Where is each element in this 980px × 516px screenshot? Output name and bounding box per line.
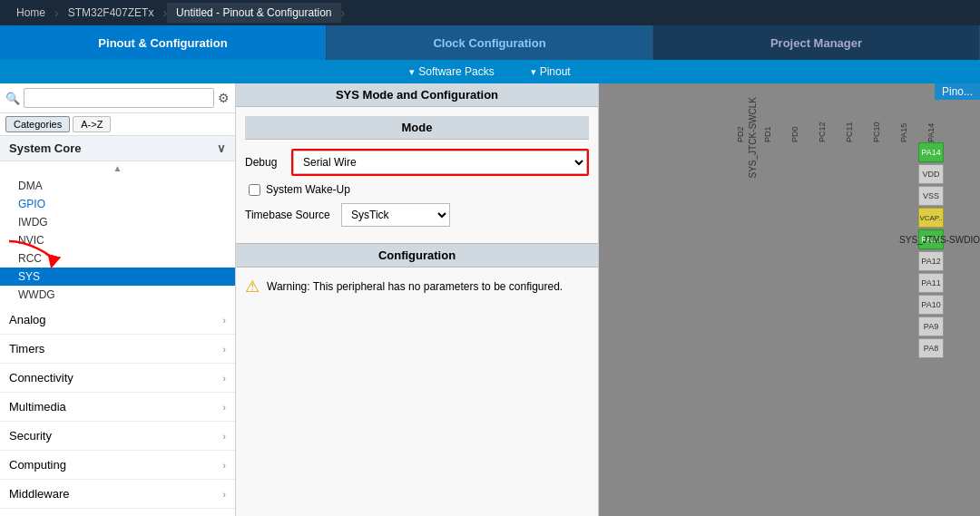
pin-pa8[interactable]: PA8 xyxy=(918,338,944,358)
warning-text: Warning: This peripheral has no paramete… xyxy=(267,280,563,293)
sidebar-security[interactable]: Security › xyxy=(0,422,235,451)
mode-header: Mode xyxy=(245,116,589,140)
timebase-label: Timebase Source xyxy=(245,209,336,221)
scroll-up-indicator: ▲ xyxy=(0,161,235,175)
gear-icon[interactable]: ⚙ xyxy=(218,91,230,105)
rotated-pin-pc10: PC10 xyxy=(864,83,889,142)
section-items-system-core: DMA GPIO IWDG NVIC RCC SYS WWDG xyxy=(0,175,235,306)
tab-bar: Pinout & Configuration Clock Configurati… xyxy=(0,25,980,60)
pinout-label[interactable]: Pino... xyxy=(935,83,980,100)
sidebar-multimedia[interactable]: Multimedia › xyxy=(0,393,235,422)
search-input[interactable] xyxy=(24,88,214,108)
sidebar-middleware[interactable]: Middleware › xyxy=(0,480,235,509)
pin-pa10[interactable]: PA10 xyxy=(918,295,944,315)
sub-tab-pinout[interactable]: Pinout xyxy=(531,65,571,78)
rotated-pin-pc12: PC12 xyxy=(809,83,835,142)
debug-select-wrapper: Serial Wire No Debug JTAG (5 pins) JTAG … xyxy=(291,149,589,176)
sidebar-middleware-label: Middleware xyxy=(9,487,69,501)
chevron-right-icon-7: › xyxy=(222,489,226,500)
sidebar-item-rcc[interactable]: RCC xyxy=(0,249,235,268)
section-system-core[interactable]: System Core ∨ xyxy=(0,136,235,161)
timebase-row: Timebase Source SysTick TIM1 TIM2 xyxy=(245,203,589,227)
sidebar-item-sys[interactable]: SYS xyxy=(0,268,235,286)
sidebar-timers-label: Timers xyxy=(9,342,44,355)
chevron-right-icon-6: › xyxy=(222,460,226,471)
pin-pa11[interactable]: PA11 xyxy=(918,273,944,293)
rotated-pin-pd1: PD1 xyxy=(755,83,780,142)
search-icon: 🔍 xyxy=(5,92,20,105)
rotated-pin-pc11: PC11 xyxy=(837,83,862,142)
chevron-right-icon-4: › xyxy=(222,402,226,413)
pin-label-pa13: SYS_JTMS-SWDIO xyxy=(896,229,980,249)
rotated-pin-pa15: PA15 xyxy=(891,83,916,142)
nav-device[interactable]: STM32F407ZETx xyxy=(59,3,163,23)
sidebar-item-nvic[interactable]: NVIC xyxy=(0,231,235,249)
sidebar-item-iwdg[interactable]: IWDG xyxy=(0,213,235,231)
debug-row: Debug Serial Wire No Debug JTAG (5 pins)… xyxy=(245,149,589,176)
sub-tab-software[interactable]: Software Packs xyxy=(409,65,494,78)
sidebar-security-label: Security xyxy=(9,429,52,443)
chip-panel: Pino... SYS_JTCK-SWCLK PD2 PD1 PD0 PC12 … xyxy=(599,83,980,516)
pin-pa12[interactable]: PA12 xyxy=(918,251,944,271)
mode-section: Mode Debug Serial Wire No Debug JTAG (5 … xyxy=(236,107,598,243)
system-wakeup-checkbox[interactable] xyxy=(249,184,260,196)
chevron-down-icon: ∨ xyxy=(217,141,226,155)
filter-categories[interactable]: Categories xyxy=(5,116,70,132)
warning-box: ⚠ Warning: This peripheral has no parame… xyxy=(236,268,598,306)
sidebar-computing-label: Computing xyxy=(9,458,66,472)
search-bar: 🔍 ⚙ xyxy=(0,83,235,113)
sidebar-item-wwdg[interactable]: WWDG xyxy=(0,286,235,304)
sidebar-connectivity-label: Connectivity xyxy=(9,371,74,385)
rotated-pin-pd2: PD2 xyxy=(728,83,753,142)
chevron-right-icon-2: › xyxy=(222,344,226,355)
filter-az[interactable]: A->Z xyxy=(73,116,111,132)
center-panel: SYS Mode and Configuration Mode Debug Se… xyxy=(236,83,599,516)
chevron-right-icon: › xyxy=(222,315,226,326)
sidebar-analog[interactable]: Analog › xyxy=(0,306,235,335)
timebase-select[interactable]: SysTick TIM1 TIM2 xyxy=(341,203,450,227)
debug-select[interactable]: Serial Wire No Debug JTAG (5 pins) JTAG … xyxy=(293,151,587,174)
rotated-pin-pd0: PD0 xyxy=(782,83,808,142)
top-nav: Home › STM32F407ZETx › Untitled - Pinout… xyxy=(0,0,980,25)
rotated-pins-row: PD2 PD1 PD0 PC12 PC11 PC10 PA15 PA14 xyxy=(728,83,944,142)
nav-current[interactable]: Untitled - Pinout & Configuration xyxy=(167,3,340,23)
debug-label: Debug xyxy=(245,156,286,169)
center-panel-title: SYS Mode and Configuration xyxy=(236,83,598,107)
sidebar-computing[interactable]: Computing › xyxy=(0,451,235,480)
tab-pinout[interactable]: Pinout & Configuration xyxy=(0,25,327,60)
system-wakeup-row: System Wake-Up xyxy=(245,183,589,196)
sidebar-connectivity[interactable]: Connectivity › xyxy=(0,364,235,393)
config-header: Configuration xyxy=(236,243,598,268)
warning-icon: ⚠ xyxy=(245,277,260,297)
sub-tab-bar: Software Packs Pinout xyxy=(0,60,980,83)
sidebar-analog-label: Analog xyxy=(9,313,45,326)
sidebar-item-gpio[interactable]: GPIO xyxy=(0,195,235,213)
sidebar: 🔍 ⚙ Categories A->Z System Core ∨ ▲ DMA … xyxy=(0,83,236,516)
pin-pa9[interactable]: PA9 xyxy=(918,316,944,336)
sidebar-item-dma[interactable]: DMA xyxy=(0,177,235,195)
chevron-right-icon-3: › xyxy=(222,373,226,384)
main-layout: 🔍 ⚙ Categories A->Z System Core ∨ ▲ DMA … xyxy=(0,83,980,516)
tab-project[interactable]: Project Manager xyxy=(653,25,980,60)
section-system-core-label: System Core xyxy=(9,141,81,155)
sidebar-multimedia-label: Multimedia xyxy=(9,400,66,414)
nav-home[interactable]: Home xyxy=(7,3,54,23)
sidebar-timers[interactable]: Timers › xyxy=(0,335,235,364)
tab-clock[interactable]: Clock Configuration xyxy=(327,25,653,60)
chevron-right-icon-5: › xyxy=(222,431,226,442)
chip-area: Pino... SYS_JTCK-SWCLK PD2 PD1 PD0 PC12 … xyxy=(599,83,980,516)
system-wakeup-label: System Wake-Up xyxy=(266,183,350,196)
pin-labels-right: SYS_JTMS-SWDIO xyxy=(896,142,980,249)
filter-tabs: Categories A->Z xyxy=(0,113,235,136)
items-with-arrow: DMA GPIO IWDG NVIC RCC SYS WWDG xyxy=(0,175,235,306)
